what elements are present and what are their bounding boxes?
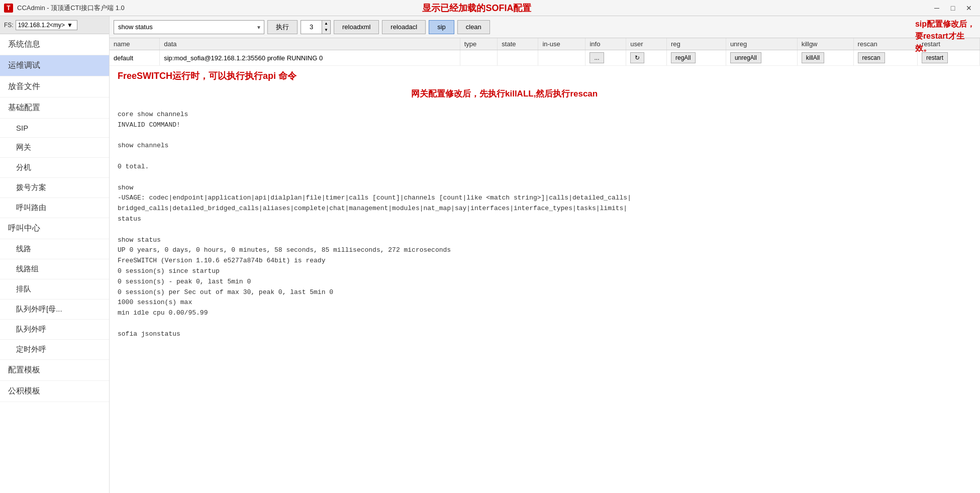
sidebar-item-audio-files[interactable]: 放音文件 (0, 76, 109, 97)
col-info: info (585, 38, 626, 50)
sidebar-label: 定时外呼 (16, 345, 46, 353)
cell-inuse (538, 50, 585, 66)
sidebar-label: 排队 (16, 284, 31, 293)
cell-rescan: rescan (853, 50, 917, 66)
unregall-button[interactable]: unregAll (730, 52, 761, 63)
sidebar-label: 队列外呼 (16, 325, 46, 333)
minimize-button[interactable]: ─ (930, 3, 944, 14)
num-up-arrow[interactable]: ▲ (322, 21, 330, 27)
app-title: CCAdmin - 顶顶通CTI接口客户端 1.0 (17, 4, 125, 13)
cell-state (498, 50, 538, 66)
refresh-button[interactable]: ↻ (630, 52, 644, 63)
sidebar-label: 网关 (16, 143, 31, 151)
sidebar-item-gateway[interactable]: 网关 (0, 138, 109, 158)
col-name: name (110, 38, 160, 50)
fs-label: FS: (4, 22, 14, 29)
window-controls[interactable]: ─ □ ✕ (930, 3, 976, 14)
sidebar-item-queue-outcall-m[interactable]: 队列外呼[母... (0, 300, 109, 320)
fs-server-value: 192.168.1.2<my> (18, 22, 65, 29)
sidebar-label: 公积模板 (8, 386, 40, 395)
fs-dropdown-arrow: ▼ (67, 22, 73, 29)
sidebar-item-queue[interactable]: 排队 (0, 279, 109, 300)
app-icon: T (4, 4, 13, 13)
sidebar-label: 运维调试 (8, 61, 40, 69)
sidebar-item-call-routing[interactable]: 呼叫路由 (0, 198, 109, 218)
clean-button[interactable]: clean (457, 20, 490, 34)
sidebar-item-system-info[interactable]: 系统信息 (0, 34, 109, 55)
sidebar-item-dialplan[interactable]: 拨号方案 (0, 178, 109, 198)
col-restart: restart (918, 38, 980, 50)
maximize-button[interactable]: □ (946, 3, 960, 14)
num-down-arrow[interactable]: ▼ (322, 27, 330, 34)
num-input[interactable] (301, 20, 322, 34)
reloadxml-button[interactable]: reloadxml (334, 20, 379, 34)
sidebar-label: 基础配置 (8, 103, 40, 112)
sofia-table-row: default sip:mod_sofia@192.168.1.2:35560 … (110, 50, 980, 66)
command-select-wrap[interactable]: show status (114, 20, 264, 34)
regall-button[interactable]: regAll (671, 52, 696, 63)
toolbar: show status 执行 ▲ ▼ reloadxml reloadacl s… (110, 16, 980, 38)
sofia-table: name data type state in-use info user re… (110, 38, 980, 66)
sidebar-label: 队列外呼[母... (16, 305, 62, 313)
sidebar-label: 呼叫路由 (16, 203, 46, 212)
sidebar-label: 拨号方案 (16, 183, 46, 191)
gateway-annotation: 网关配置修改后，先执行killALL,然后执行rescan (110, 86, 980, 104)
rescan-button[interactable]: rescan (858, 52, 885, 63)
col-state: state (498, 38, 538, 50)
sidebar-item-timed-outcall[interactable]: 定时外呼 (0, 340, 109, 360)
sidebar-label: 放音文件 (8, 82, 40, 90)
command-select[interactable]: show status (114, 20, 264, 34)
reloadacl-button[interactable]: reloadacl (382, 20, 426, 34)
col-rescan: rescan (853, 38, 917, 50)
sidebar-item-base-config[interactable]: 基础配置 (0, 97, 109, 119)
cell-info: ... (585, 50, 626, 66)
fs-server-dropdown[interactable]: 192.168.1.2<my> ▼ (16, 20, 77, 30)
col-killgw: killgw (797, 38, 853, 50)
sidebar-label: 线路组 (16, 264, 39, 273)
main-container: FS: 192.168.1.2<my> ▼ 系统信息 运维调试 放音文件 基础配… (0, 16, 980, 493)
cell-killgw: killAll (797, 50, 853, 66)
sidebar-item-extension[interactable]: 分机 (0, 158, 109, 178)
col-data: data (160, 38, 460, 50)
cell-restart: restart (918, 50, 980, 66)
col-type: type (460, 38, 498, 50)
sidebar-item-call-center[interactable]: 呼叫中心 (0, 218, 109, 239)
sidebar-item-pub-template[interactable]: 公积模板 (0, 381, 109, 402)
restart-button[interactable]: restart (922, 52, 948, 63)
num-input-wrap: ▲ ▼ (301, 20, 331, 34)
sidebar-item-config-template[interactable]: 配置模板 (0, 360, 109, 381)
col-reg: reg (667, 38, 726, 50)
sidebar-item-line-group[interactable]: 线路组 (0, 259, 109, 279)
cell-reg: regAll (667, 50, 726, 66)
killall-button[interactable]: killAll (802, 52, 824, 63)
cell-type (460, 50, 498, 66)
title-bar-left: T CCAdmin - 顶顶通CTI接口客户端 1.0 (4, 4, 125, 13)
sidebar-item-line[interactable]: 线路 (0, 239, 109, 259)
content-area: show status 执行 ▲ ▼ reloadxml reloadacl s… (110, 16, 980, 493)
sidebar-label: SIP (16, 124, 28, 132)
num-arrows[interactable]: ▲ ▼ (322, 20, 331, 34)
console-output: core show channels INVALID COMMAND! show… (110, 104, 980, 493)
sip-button[interactable]: sip (429, 20, 454, 34)
sidebar-label: 线路 (16, 244, 31, 253)
sidebar-item-queue-outcall[interactable]: 队列外呼 (0, 320, 109, 340)
sofia-annotation: 显示已经加载的SOFIA配置 (422, 2, 531, 14)
cell-unreg: unregAll (726, 50, 797, 66)
sidebar: FS: 192.168.1.2<my> ▼ 系统信息 运维调试 放音文件 基础配… (0, 16, 110, 493)
freeswitch-running-annotation: FreeSWITCH运行时，可以执行执行api 命令 (110, 66, 980, 86)
close-button[interactable]: ✕ (962, 3, 976, 14)
cell-data: sip:mod_sofia@192.168.1.2:35560 profile … (160, 50, 460, 66)
sidebar-label: 系统信息 (8, 40, 40, 48)
sidebar-item-sip[interactable]: SIP (0, 119, 109, 138)
col-user: user (626, 38, 667, 50)
execute-button[interactable]: 执行 (267, 20, 298, 34)
info-button[interactable]: ... (590, 52, 604, 63)
col-inuse: in-use (538, 38, 585, 50)
sidebar-label: 配置模板 (8, 365, 40, 374)
sidebar-label: 分机 (16, 163, 31, 171)
col-unreg: unreg (726, 38, 797, 50)
title-bar: T CCAdmin - 顶顶通CTI接口客户端 1.0 显示已经加载的SOFIA… (0, 0, 980, 16)
cell-name: default (110, 50, 160, 66)
fs-connection-bar: FS: 192.168.1.2<my> ▼ (0, 16, 109, 34)
sidebar-item-ops-debug[interactable]: 运维调试 (0, 55, 109, 76)
